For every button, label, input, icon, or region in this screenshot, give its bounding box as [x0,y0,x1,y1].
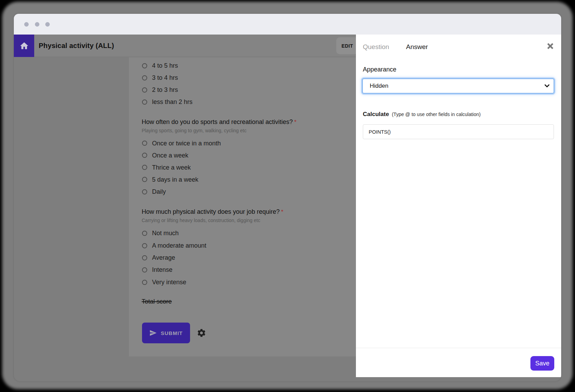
required-asterisk: * [293,118,296,125]
appearance-select[interactable]: Hidden [362,78,554,94]
radio-input[interactable] [142,99,147,105]
option-label: Intense [152,266,172,274]
question-hint: Playing sports, going to gym, walking, c… [142,128,246,133]
option-label: Not much [152,230,179,237]
window-titlebar [14,14,561,35]
calculate-label-row: Calculate (Type @ to use other fields in… [363,111,481,118]
option-label: A moderate amount [152,242,206,249]
option-label: Average [152,254,175,261]
tab-question[interactable]: Question [363,42,389,52]
question-text: How much physical activity does your job… [142,208,283,216]
option-label: Once a week [152,152,188,159]
radio-input[interactable] [142,231,147,236]
radio-input[interactable] [142,165,147,170]
radio-input[interactable] [142,280,147,285]
option-label: less than 2 hrs [152,98,192,106]
screenshot-stage: Physical activity (ALL) EDIT 4 to 5 hrs … [0,0,575,392]
option-label: Very intense [152,279,186,286]
calculate-hint: (Type @ to use other fields in calculati… [390,112,481,117]
radio-input[interactable] [142,267,147,273]
submit-button[interactable]: SUBMIT [142,323,190,343]
window-dot-2[interactable] [35,22,39,27]
settings-panel: Question Answer Appearance Hidden Calcul [356,35,561,377]
window-dot-3[interactable] [45,22,50,27]
tab-answer[interactable]: Answer [406,42,428,52]
home-icon [19,41,29,51]
option-label: Once or twice in a month [152,140,221,147]
radio-input[interactable] [142,63,147,68]
radio-input[interactable] [142,141,147,146]
close-icon[interactable] [546,42,554,51]
radio-input[interactable] [142,153,147,158]
gear-icon [197,328,206,338]
window-dot-1[interactable] [24,22,29,27]
calculate-input[interactable] [363,124,554,139]
option-label: 4 to 5 hrs [152,62,178,69]
panel-footer-divider [356,348,561,348]
radio-input[interactable] [142,75,147,80]
settings-gear-button[interactable] [197,328,206,338]
radio-input[interactable] [142,87,147,93]
question-label: How often do you do sports and recreatio… [142,118,293,125]
option-label: 5 days in a week [152,176,198,183]
home-button[interactable] [14,35,34,57]
radio-input[interactable] [142,243,147,248]
question-hint: Carrying or lifting heavy loads, constru… [142,218,260,223]
submit-label: SUBMIT [161,330,183,336]
appearance-label: Appearance [363,66,396,73]
chevron-down-icon [545,84,549,88]
page-title: Physical activity (ALL) [39,35,114,57]
send-icon [149,329,157,337]
option-label: 2 to 3 hrs [152,86,178,94]
required-asterisk: * [280,209,283,215]
option-label: Daily [152,188,166,195]
calculate-label: Calculate [363,111,389,117]
question-text: How often do you do sports and recreatio… [142,118,296,125]
radio-input[interactable] [142,189,147,194]
question-label: How much physical activity does your job… [142,208,280,215]
option-label: Thrice a week [152,164,191,171]
app-window: Physical activity (ALL) EDIT 4 to 5 hrs … [14,14,561,381]
radio-input[interactable] [142,255,147,260]
save-button[interactable]: Save [530,356,554,371]
option-label: 3 to 4 hrs [152,74,178,82]
edit-button[interactable]: EDIT [336,37,358,54]
total-score-label: Total score [142,298,172,305]
calculate-hint-text: (Type @ to use other fields in calculati… [392,112,481,117]
appearance-select-value: Hidden [363,83,388,89]
radio-input[interactable] [142,177,147,182]
